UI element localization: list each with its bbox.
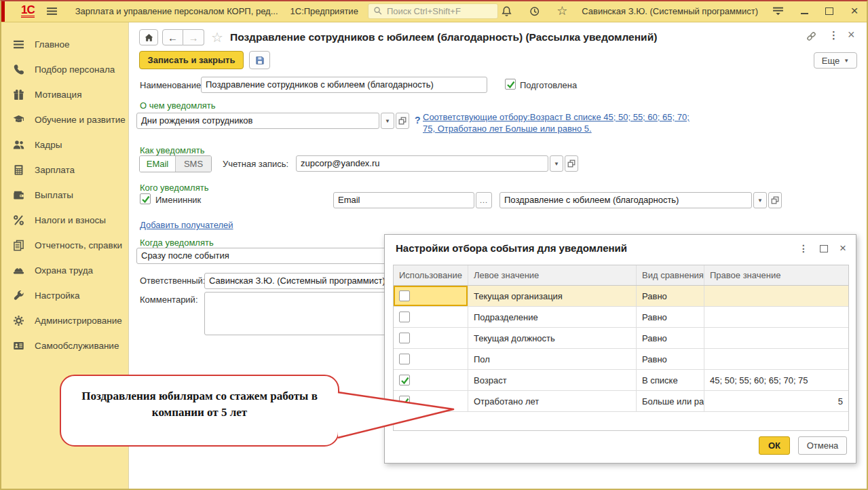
name-input[interactable]: Поздравление сотрудников с юбилеем (благ… [201, 77, 487, 93]
when-section-label: Когда уведомлять [140, 238, 214, 248]
filter-summary-link[interactable]: Соответствующие отбору:Возраст В списке … [423, 111, 697, 134]
left-value-cell[interactable]: Текущая должность [468, 328, 637, 348]
history-icon[interactable] [526, 3, 542, 19]
use-checkbox[interactable] [399, 290, 410, 301]
sidebar-item-nalogi-i-vznosy[interactable]: Налоги и взносы [0, 208, 128, 233]
column-header[interactable]: Использование [394, 265, 468, 285]
sidebar-item-kadry[interactable]: Кадры [0, 132, 128, 157]
sidebar-item-vyplaty[interactable]: Выплаты [0, 183, 128, 208]
right-value-cell[interactable] [704, 307, 848, 327]
account-combo[interactable]: zupcorp@yandex.ru [296, 155, 548, 172]
left-value-cell[interactable]: Отработано лет [468, 391, 637, 411]
filter-row[interactable]: ПодразделениеРавно [394, 307, 848, 328]
more-button[interactable]: Еще▼ [814, 52, 857, 69]
comparison-kind-cell[interactable]: Равно [637, 307, 704, 327]
dialog-maximize-icon[interactable] [820, 245, 828, 252]
favorite-star-icon[interactable]: ☆ [211, 29, 223, 45]
left-value-cell[interactable]: Текущая организация [468, 286, 637, 306]
template-open-button[interactable] [768, 192, 782, 208]
checkmark-icon [506, 80, 515, 89]
comparison-kind-cell[interactable]: Равно [637, 349, 704, 369]
ok-button[interactable]: ОК [759, 436, 790, 455]
filter-row[interactable]: Текущая должностьРавно [394, 328, 848, 349]
birthday-person-label: Именинник [155, 195, 201, 205]
sidebar-item-zarplata[interactable]: Зарплата [0, 157, 128, 183]
column-header[interactable]: Вид сравнения [637, 265, 704, 285]
sidebar-item-obuchenie-i-razvitie[interactable]: Обучение и развитие [0, 107, 128, 132]
sidebar-item-label: Зарплата [35, 165, 75, 175]
left-value-cell[interactable]: Подразделение [468, 307, 637, 327]
recipient-kind-choose-button[interactable]: ... [476, 192, 492, 208]
prepared-checkbox[interactable] [505, 79, 516, 90]
gear-icon [12, 315, 24, 327]
favorites-star-icon[interactable]: ☆ [554, 3, 570, 19]
event-kind-combo[interactable]: Дни рождения сотрудников [136, 113, 379, 129]
filter-row[interactable]: ПолРавно [394, 349, 848, 370]
left-value-cell[interactable]: Пол [468, 349, 637, 369]
use-checkbox[interactable] [399, 333, 410, 343]
sidebar-item-podbor-personala[interactable]: Подбор персонала [0, 57, 128, 82]
column-header[interactable]: Правое значение [704, 265, 848, 285]
sidebar-item-nastroyka[interactable]: Настройка [0, 283, 128, 308]
collapse-panels-icon[interactable] [770, 3, 786, 19]
column-header[interactable]: Левое значение [468, 265, 637, 285]
forward-button[interactable]: → [183, 29, 204, 45]
notifications-bell-icon[interactable] [498, 3, 514, 19]
help-icon[interactable]: ? [415, 115, 421, 126]
dialog-close-icon[interactable]: × [839, 242, 846, 255]
sidebar-item-glavnoe[interactable]: Главное [0, 32, 128, 57]
main-menu-icon[interactable] [44, 3, 60, 19]
sidebar-item-label: Администрирование [35, 316, 122, 326]
sidebar-item-label: Самообслуживание [35, 341, 119, 351]
right-value-cell[interactable]: 5 [704, 391, 848, 411]
comparison-kind-cell[interactable]: Равно [637, 328, 704, 348]
left-value-cell[interactable]: Возраст [468, 370, 637, 390]
right-value-cell[interactable] [704, 328, 848, 348]
template-combo[interactable]: Поздравление с юбилеем (благодарность) [499, 192, 752, 208]
window-close-button[interactable]: × [848, 4, 861, 18]
global-search-input[interactable]: Поиск Ctrl+Shift+F [368, 3, 498, 19]
sidebar-item-motivatsiya[interactable]: Мотивация [0, 82, 128, 107]
right-value-cell[interactable] [704, 349, 848, 369]
chevron-down-icon: ▼ [385, 118, 390, 124]
right-value-cell[interactable]: 45; 50; 55; 60; 65; 70; 75 [704, 370, 848, 390]
page-close-icon[interactable]: × [848, 28, 855, 42]
sidebar-item-otchetnost-spravki[interactable]: Отчетность, справки [0, 233, 128, 258]
app-title: Зарплата и управление персоналом КОРП, р… [75, 6, 278, 16]
dialog-kebab-icon[interactable]: ⋮ [799, 243, 808, 254]
filter-row[interactable]: Текущая организацияРавно [394, 286, 848, 307]
sidebar-item-label: Налоги и взносы [35, 215, 106, 225]
event-kind-open-button[interactable] [396, 113, 409, 129]
sidebar-item-ohrana-truda[interactable]: Охрана труда [0, 258, 128, 283]
comparison-kind-cell[interactable]: В списке [637, 370, 704, 390]
home-button[interactable] [139, 29, 158, 45]
minimize-button[interactable] [797, 4, 811, 18]
graduation-cap-icon [12, 114, 24, 126]
comparison-kind-cell[interactable]: Больше или равно [637, 391, 704, 411]
maximize-button[interactable] [823, 4, 836, 18]
sidebar-item-samoobsluzhivanie[interactable]: Самообслуживание [0, 333, 128, 358]
comparison-kind-cell[interactable]: Равно [637, 286, 704, 306]
page-more-kebab-icon[interactable]: ⋮ [829, 29, 839, 41]
checkmark-icon [141, 195, 150, 204]
get-link-icon[interactable] [806, 31, 817, 45]
use-checkbox[interactable] [399, 354, 410, 364]
event-kind-dropdown-button[interactable]: ▼ [381, 113, 394, 129]
tab-email[interactable]: EMail [140, 156, 175, 172]
tab-sms[interactable]: SMS [175, 156, 211, 172]
template-dropdown-button[interactable]: ▼ [753, 192, 767, 208]
back-button[interactable]: ← [162, 29, 183, 45]
use-checkbox[interactable] [399, 312, 410, 322]
right-value-cell[interactable] [704, 286, 848, 306]
current-user[interactable]: Савинская З.Ю. (Системный программист) [582, 6, 758, 16]
birthday-person-checkbox[interactable] [140, 193, 151, 204]
save-button[interactable] [249, 51, 270, 69]
sidebar-item-administrirovanie[interactable]: Администрирование [0, 308, 128, 333]
recipient-kind-input[interactable]: Email [333, 192, 474, 208]
save-close-button[interactable]: Записать и закрыть [139, 51, 244, 69]
cancel-button[interactable]: Отмена [798, 436, 847, 455]
account-dropdown-button[interactable]: ▼ [550, 155, 563, 172]
add-recipients-link[interactable]: Добавить получателей [140, 220, 233, 230]
callout-text: Поздравления юбилярам со стажем работы в… [77, 388, 322, 421]
account-open-button[interactable] [565, 155, 578, 172]
